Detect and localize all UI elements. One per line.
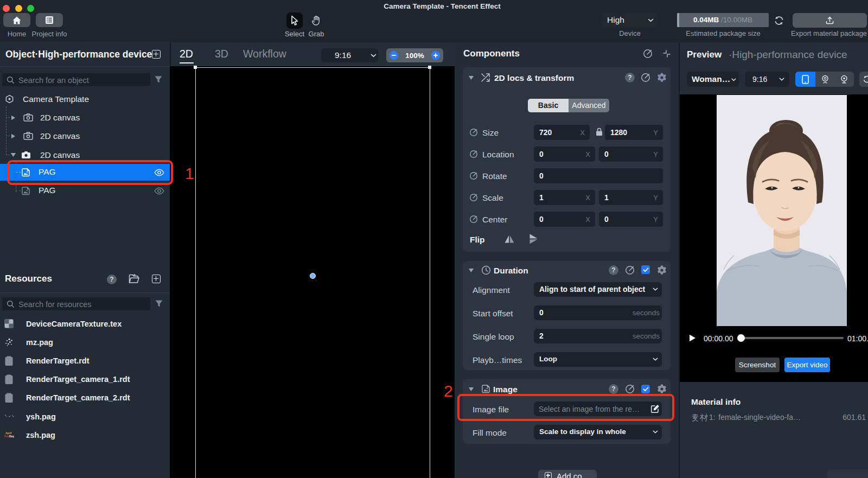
svg-text:Day: Day — [9, 435, 14, 438]
